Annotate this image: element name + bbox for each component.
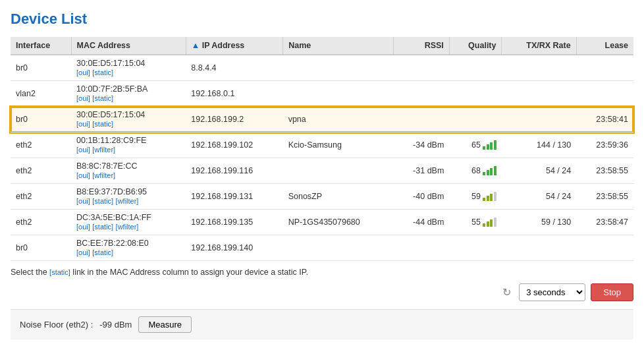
cell-ip: 192.168.199.135	[186, 210, 282, 235]
cell-name: NP-1GS435079680	[283, 210, 394, 235]
static-note: Select the [static] link in the MAC Addr…	[11, 268, 633, 277]
mac-link-oui[interactable]: [oui]	[76, 146, 90, 154]
mac-link-wfilter[interactable]: [wfilter]	[92, 171, 115, 179]
mac-link-oui[interactable]: [oui]	[76, 69, 90, 76]
cell-rssi: -34 dBm	[394, 132, 450, 158]
cell-rssi: -40 dBm	[394, 184, 450, 210]
cell-interface: br0	[11, 107, 71, 132]
cell-mac: BC:EE:7B:22:08:E0[oui] [static]	[71, 235, 186, 261]
cell-rssi: -44 dBm	[394, 210, 450, 235]
cell-txrx	[502, 55, 576, 81]
static-link[interactable]: [static]	[49, 268, 70, 276]
table-row: eth2DC:3A:5E:BC:1A:FF[oui] [static] [wfi…	[11, 210, 633, 235]
cell-name: Kcio-Samsung	[283, 132, 394, 158]
cell-ip: 192.168.199.116	[186, 158, 282, 184]
mac-link-oui[interactable]: [oui]	[76, 223, 90, 231]
cell-quality	[449, 235, 502, 261]
cell-lease: 23:58:55	[576, 184, 633, 210]
cell-interface: vlan2	[11, 81, 71, 107]
cell-quality: 65	[449, 132, 502, 158]
cell-lease: 23:58:41	[576, 107, 633, 132]
refresh-icon: ↻	[502, 286, 511, 299]
cell-interface: eth2	[11, 132, 71, 158]
cell-mac: 00:1B:11:28:C9:FE[oui] [wfilter]	[71, 132, 186, 158]
cell-quality: 55	[449, 210, 502, 235]
col-txrx: TX/RX Rate	[502, 37, 576, 55]
col-ip: ▲ IP Address	[186, 37, 282, 55]
page-title: Device List	[11, 11, 633, 28]
cell-interface: eth2	[11, 158, 71, 184]
mac-link-static[interactable]: [static]	[92, 248, 113, 256]
cell-mac: B8:E9:37:7D:B6:95[oui] [static] [wfilter…	[71, 184, 186, 210]
cell-quality: 68	[449, 158, 502, 184]
col-interface: Interface	[11, 37, 71, 55]
refresh-controls: ↻ 1 second2 seconds3 seconds5 seconds10 …	[11, 283, 633, 301]
cell-lease	[576, 81, 633, 107]
cell-mac: DC:3A:5E:BC:1A:FF[oui] [static] [wfilter…	[71, 210, 186, 235]
col-rssi: RSSI	[394, 37, 450, 55]
mac-link-oui[interactable]: [oui]	[76, 197, 90, 205]
cell-ip: 192.168.199.140	[186, 235, 282, 261]
cell-interface: eth2	[11, 184, 71, 210]
cell-interface: br0	[11, 235, 71, 261]
cell-lease	[576, 235, 633, 261]
cell-txrx: 59 / 130	[502, 210, 576, 235]
cell-lease: 23:58:55	[576, 158, 633, 184]
cell-rssi	[394, 235, 450, 261]
mac-link-oui[interactable]: [oui]	[76, 94, 90, 102]
cell-txrx: 144 / 130	[502, 132, 576, 158]
cell-txrx: 54 / 24	[502, 158, 576, 184]
cell-mac: 10:0D:7F:2B:5F:BA[oui] [static]	[71, 81, 186, 107]
cell-quality	[449, 55, 502, 81]
cell-name	[283, 81, 394, 107]
cell-ip: 192.168.199.102	[186, 132, 282, 158]
cell-mac: 30:0E:D5:17:15:04[oui] [static]	[71, 107, 186, 132]
cell-quality	[449, 81, 502, 107]
cell-quality	[449, 107, 502, 132]
col-lease: Lease	[576, 37, 633, 55]
mac-link-static[interactable]: [static]	[92, 197, 113, 205]
table-row: br030:0E:D5:17:15:04[oui] [static] 192.1…	[11, 107, 633, 132]
mac-link-static[interactable]: [static]	[92, 223, 113, 231]
cell-name	[283, 235, 394, 261]
cell-rssi	[394, 81, 450, 107]
cell-ip: 192.168.199.2	[186, 107, 282, 132]
noise-floor-label: Noise Floor (eth2) :	[20, 320, 93, 330]
mac-link-wfilter[interactable]: [wfilter]	[116, 197, 139, 205]
cell-mac: 30:0E:D5:17:15:04[oui] [static]	[71, 55, 186, 81]
refresh-interval-select[interactable]: 1 second2 seconds3 seconds5 seconds10 se…	[519, 283, 585, 301]
mac-link-static[interactable]: [static]	[92, 94, 113, 102]
mac-link-oui[interactable]: [oui]	[76, 171, 90, 179]
mac-link-oui[interactable]: [oui]	[76, 248, 90, 256]
cell-interface: eth2	[11, 210, 71, 235]
cell-lease: 23:58:47	[576, 210, 633, 235]
cell-ip: 192.168.0.1	[186, 81, 282, 107]
cell-rssi	[394, 55, 450, 81]
cell-name	[283, 55, 394, 81]
table-row: eth200:1B:11:28:C9:FE[oui] [wfilter] 192…	[11, 132, 633, 158]
device-table: Interface MAC Address ▲ IP Address Name …	[11, 37, 633, 261]
table-row: eth2B8:8C:78:7E:CC[oui] [wfilter] 192.16…	[11, 158, 633, 184]
cell-name: SonosZP	[283, 184, 394, 210]
cell-lease: 23:59:36	[576, 132, 633, 158]
cell-txrx	[502, 107, 576, 132]
cell-txrx: 54 / 24	[502, 184, 576, 210]
measure-button[interactable]: Measure	[138, 316, 192, 333]
cell-rssi	[394, 107, 450, 132]
stop-button[interactable]: Stop	[591, 283, 633, 301]
mac-link-wfilter[interactable]: [wfilter]	[92, 146, 115, 154]
col-quality: Quality	[449, 37, 502, 55]
cell-rssi: -31 dBm	[394, 158, 450, 184]
noise-floor-value: -99 dBm	[99, 320, 132, 330]
mac-link-wfilter[interactable]: [wfilter]	[116, 223, 139, 231]
mac-link-static[interactable]: [static]	[92, 69, 113, 76]
cell-interface: br0	[11, 55, 71, 81]
noise-floor-bar: Noise Floor (eth2) : -99 dBm Measure	[11, 309, 633, 339]
cell-quality: 59	[449, 184, 502, 210]
table-row: eth2B8:E9:37:7D:B6:95[oui] [static] [wfi…	[11, 184, 633, 210]
cell-name: vpna	[283, 107, 394, 132]
cell-txrx	[502, 235, 576, 261]
mac-link-static[interactable]: [static]	[92, 120, 113, 128]
mac-link-oui[interactable]: [oui]	[76, 120, 90, 128]
cell-mac: B8:8C:78:7E:CC[oui] [wfilter]	[71, 158, 186, 184]
